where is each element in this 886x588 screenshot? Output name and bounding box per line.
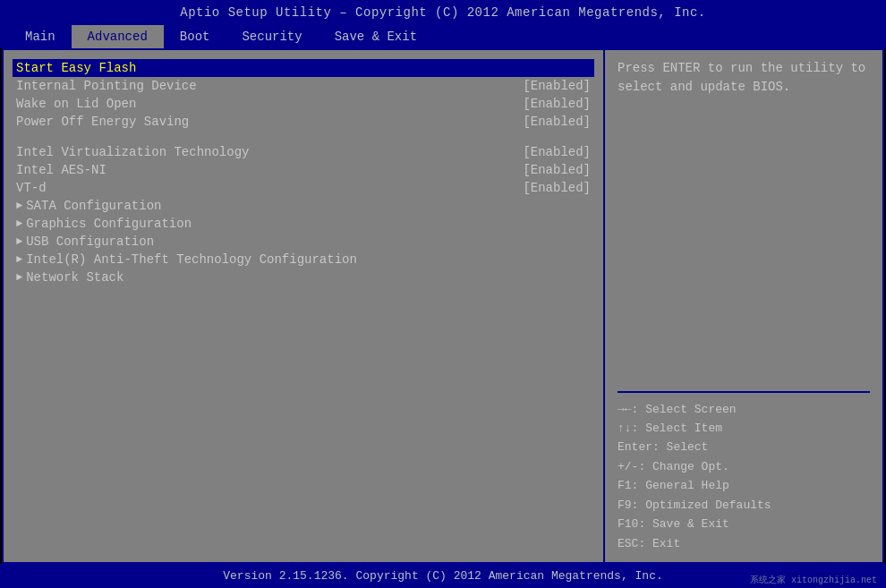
intel-virt-tech-item[interactable]: Intel Virtualization Technology [Enabled…	[16, 143, 591, 161]
wake-on-lid-item[interactable]: Wake on Lid Open [Enabled]	[16, 95, 591, 113]
menu-item-advanced[interactable]: Advanced	[72, 25, 164, 48]
wake-on-lid-label: Wake on Lid Open	[16, 97, 136, 111]
usb-config-label: USB Configuration	[26, 234, 154, 249]
network-stack-label: Network Stack	[26, 270, 124, 285]
key-select-screen: →←: Select Screen	[618, 400, 870, 419]
menu-item-main[interactable]: Main	[9, 25, 72, 48]
graphics-config-arrow: ►	[16, 217, 22, 230]
key-select-item: ↑↓: Select Item	[618, 419, 870, 438]
sata-config-item[interactable]: ► SATA Configuration	[16, 197, 591, 215]
key-esc: ESC: Exit	[618, 534, 870, 553]
key-help-block: →←: Select Screen ↑↓: Select Item Enter:…	[618, 400, 870, 554]
vt-d-item[interactable]: VT-d [Enabled]	[16, 179, 591, 197]
internal-pointing-device-item[interactable]: Internal Pointing Device [Enabled]	[16, 77, 591, 95]
title-bar: Aptio Setup Utility – Copyright (C) 2012…	[0, 0, 886, 25]
right-panel: Press ENTER to run the utility to select…	[605, 50, 882, 562]
content-area: Start Easy Flash Internal Pointing Devic…	[2, 48, 884, 564]
right-panel-keys: →←: Select Screen ↑↓: Select Item Enter:…	[618, 391, 870, 554]
start-easy-flash-item[interactable]: Start Easy Flash	[13, 59, 594, 77]
power-off-energy-value: [Enabled]	[523, 115, 591, 129]
key-f9: F9: Optimized Defaults	[618, 496, 870, 515]
watermark: 系统之家 xitongzhijia.net	[750, 574, 877, 586]
menu-bar: Main Advanced Boot Security Save & Exit	[0, 25, 886, 48]
power-off-energy-label: Power Off Energy Saving	[16, 115, 189, 129]
intel-aes-ni-item[interactable]: Intel AES-NI [Enabled]	[16, 161, 591, 179]
left-panel: Start Easy Flash Internal Pointing Devic…	[4, 50, 605, 562]
start-easy-flash-label: Start Easy Flash	[16, 61, 136, 75]
intel-virt-tech-value: [Enabled]	[523, 145, 591, 159]
footer-text: Version 2.15.1236. Copyright (C) 2012 Am…	[223, 569, 662, 583]
graphics-config-item[interactable]: ► Graphics Configuration	[16, 215, 591, 233]
intel-aes-ni-label: Intel AES-NI	[16, 163, 106, 177]
spacer-1	[16, 131, 591, 143]
vt-d-label: VT-d	[16, 181, 47, 195]
sata-config-arrow: ►	[16, 200, 22, 212]
key-change-opt: +/-: Change Opt.	[618, 457, 870, 476]
menu-item-boot[interactable]: Boot	[164, 25, 226, 48]
intel-virt-tech-label: Intel Virtualization Technology	[16, 145, 249, 159]
footer: Version 2.15.1236. Copyright (C) 2012 Am…	[0, 564, 886, 588]
right-panel-help: Press ENTER to run the utility to select…	[618, 59, 870, 391]
menu-item-save-exit[interactable]: Save & Exit	[319, 25, 433, 48]
intel-aes-ni-value: [Enabled]	[523, 163, 591, 177]
internal-pointing-device-value: [Enabled]	[523, 79, 591, 93]
bios-screen: Aptio Setup Utility – Copyright (C) 2012…	[0, 0, 886, 588]
graphics-config-label: Graphics Configuration	[26, 217, 192, 231]
usb-config-arrow: ►	[16, 235, 22, 248]
key-f10: F10: Save & Exit	[618, 515, 870, 533]
usb-config-item[interactable]: ► USB Configuration	[16, 233, 591, 251]
menu-item-security[interactable]: Security	[226, 25, 318, 48]
sata-config-label: SATA Configuration	[26, 199, 161, 213]
anti-theft-arrow: ►	[16, 253, 22, 266]
anti-theft-item[interactable]: ► Intel(R) Anti-Theft Technology Configu…	[16, 251, 591, 268]
internal-pointing-device-label: Internal Pointing Device	[16, 79, 197, 93]
anti-theft-label: Intel(R) Anti-Theft Technology Configura…	[26, 252, 357, 267]
vt-d-value: [Enabled]	[523, 181, 591, 195]
power-off-energy-item[interactable]: Power Off Energy Saving [Enabled]	[16, 113, 591, 131]
title-text: Aptio Setup Utility – Copyright (C) 2012…	[180, 5, 706, 20]
wake-on-lid-value: [Enabled]	[523, 97, 591, 111]
help-text: Press ENTER to run the utility to select…	[618, 59, 870, 97]
network-stack-arrow: ►	[16, 271, 22, 284]
network-stack-item[interactable]: ► Network Stack	[16, 268, 591, 286]
key-enter: Enter: Select	[618, 438, 870, 456]
key-f1: F1: General Help	[618, 476, 870, 495]
